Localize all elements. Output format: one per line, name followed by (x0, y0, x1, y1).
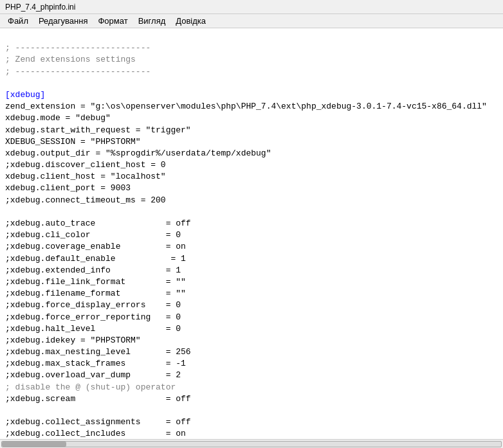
editor-line: ; --------------------------- (5, 66, 498, 78)
editor-line: ;xdebug.idekey = "PHPSTORM" (5, 335, 498, 346)
title-label: PHP_7.4_phpinfo.ini (5, 3, 75, 12)
editor-line (5, 405, 498, 417)
editor-line (5, 78, 498, 89)
editor-line: [xdebug] (5, 89, 498, 101)
editor-line: ;xdebug.file_link_format = "" (5, 276, 498, 288)
editor-line: ;xdebug.discover_client_host = 0 (5, 159, 498, 171)
editor-line: ;xdebug.collect_includes = on (5, 428, 498, 439)
editor-line: xdebug.mode = "debug" (5, 112, 498, 124)
editor-line: ;xdebug.auto_trace = off (5, 218, 498, 229)
editor-line: ;xdebug.force_error_reporting = 0 (5, 312, 498, 323)
editor-line: xdebug.start_with_request = "trigger" (5, 125, 498, 136)
editor-line (5, 206, 498, 218)
editor-area[interactable]: ; ---------------------------; Zend exte… (0, 28, 503, 439)
editor-line: ;xdebug.max_stack_frames = -1 (5, 358, 498, 370)
editor-line: ;xdebug.filename_format = "" (5, 288, 498, 300)
editor-line: ; Zend extensions settings (5, 54, 498, 66)
editor-line: ; --------------------------- (5, 42, 498, 54)
editor-line: ;xdebug.max_nesting_level = 256 (5, 346, 498, 358)
editor-line: ;xdebug.coverage_enable = on (5, 241, 498, 253)
editor-line: ;xdebug.collect_assignments = off (5, 417, 498, 428)
editor-line: ;xdebug.force_display_errors = 0 (5, 300, 498, 311)
editor-line: xdebug.output_dir = "%sprogdir%/userdata… (5, 148, 498, 159)
editor-line: ;xdebug.cli_color = 0 (5, 229, 498, 241)
editor-line: zend_extension = "g:\os\openserver\modul… (5, 101, 498, 112)
title-bar: PHP_7.4_phpinfo.ini (0, 0, 503, 14)
editor-line: xdebug.client_port = 9003 (5, 183, 498, 194)
menu-item-Редагування[interactable]: Редагування (33, 15, 93, 27)
menu-item-Файл[interactable]: Файл (3, 15, 33, 27)
menu-item-Вигляд[interactable]: Вигляд (133, 15, 171, 27)
scrollbar-area[interactable] (0, 439, 503, 448)
menu-item-Довідка[interactable]: Довідка (170, 15, 211, 27)
editor-line: ;xdebug.overload_var_dump = 2 (5, 370, 498, 381)
editor-line: xdebug.client_host = "localhost" (5, 171, 498, 183)
menu-bar: ФайлРедагуванняФорматВиглядДовідка (0, 14, 503, 28)
editor-line: ;xdebug.halt_level = 0 (5, 323, 498, 335)
editor-line: ;xdebug.default_enable = 1 (5, 253, 498, 265)
scrollbar-thumb[interactable] (2, 442, 66, 447)
editor-line: ;xdebug.extended_info = 1 (5, 265, 498, 276)
editor-line: ;xdebug.connect_timeout_ms = 200 (5, 195, 498, 206)
editor-line: XDEBUG_SESSION = "PHPSTORM" (5, 136, 498, 148)
menu-item-Формат[interactable]: Формат (93, 15, 133, 27)
horizontal-scrollbar[interactable] (1, 441, 502, 447)
editor-line: ;xdebug.scream = off (5, 393, 498, 405)
editor-line: ; disable the @ (shut-up) operator (5, 382, 498, 393)
